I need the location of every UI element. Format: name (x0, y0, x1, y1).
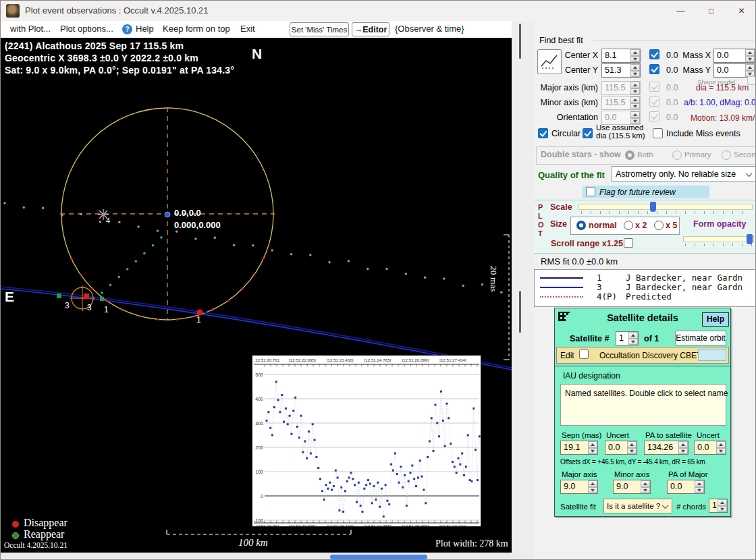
form-opacity-thumb[interactable] (747, 234, 753, 244)
spin-down[interactable] (630, 103, 640, 110)
spin-up[interactable] (641, 480, 650, 487)
center-x-spinner[interactable]: 8.1 (601, 49, 641, 63)
spin-up[interactable] (678, 441, 688, 448)
spin-up[interactable] (716, 441, 726, 448)
spin-up[interactable] (745, 64, 755, 71)
menu-exit[interactable]: Exit (240, 24, 255, 34)
reappear-dot-icon (12, 532, 19, 539)
set-miss-times-button[interactable]: Set 'Miss' Times (290, 22, 349, 36)
app-icon (6, 4, 20, 18)
menu-keep-on-top[interactable]: Keep form on top (163, 24, 230, 34)
cbet-input[interactable] (698, 349, 726, 361)
spin-up[interactable] (695, 480, 704, 487)
sat-pa-major-spinner[interactable]: 0.0 (667, 480, 705, 494)
spin-down[interactable] (718, 506, 727, 513)
minimize-button[interactable]: — (666, 1, 696, 21)
spin-down[interactable] (628, 339, 638, 345)
uncert1-spinner[interactable]: 0.0 (605, 441, 637, 455)
svg-text:0: 0 (261, 494, 263, 499)
svg-text:[12:51:24.765]: [12:51:24.765] (364, 358, 392, 362)
spin-down[interactable] (678, 448, 688, 455)
spin-up[interactable] (630, 111, 640, 118)
named-satellites-box[interactable]: Named satellites. Double click to select… (560, 384, 726, 426)
mass-x-spinner[interactable]: 0.0 (713, 49, 755, 63)
pa-satellite-spinner[interactable]: 134.26 (644, 441, 688, 455)
svg-text:[12:51:22.095]: [12:51:22.095] (289, 358, 316, 362)
vertical-scrollbar[interactable] (512, 21, 534, 553)
spin-down[interactable] (745, 56, 755, 63)
satellite-num-spinner[interactable]: 1 (616, 331, 639, 345)
spin-down[interactable] (588, 448, 597, 455)
use-assumed-label: Use assumed dia (115.5 km) (596, 123, 645, 140)
uncert2-spinner[interactable]: 0.0 (694, 441, 726, 455)
satellite-help-button[interactable]: Help (702, 312, 729, 327)
editor-button[interactable]: →Editor (352, 22, 389, 36)
spin-down[interactable] (630, 88, 640, 95)
primary-radio[interactable] (672, 150, 682, 160)
menu-with-plot[interactable]: with Plot... (10, 24, 51, 34)
sat-minor-spinner[interactable]: 9.0 (613, 480, 651, 494)
spin-up[interactable] (630, 82, 640, 88)
include-miss-checkbox[interactable] (653, 128, 663, 138)
spin-up[interactable] (630, 64, 640, 71)
spin-down[interactable] (630, 71, 640, 78)
spin-up[interactable] (630, 96, 640, 103)
spin-up[interactable] (628, 332, 638, 339)
close-button[interactable]: ✕ (726, 1, 756, 21)
use-assumed-checkbox[interactable] (583, 128, 593, 138)
disappear-marker-3 (84, 293, 89, 299)
spin-up[interactable] (588, 480, 597, 487)
mass-y-spinner[interactable]: 0.0 (713, 63, 755, 78)
spin-up[interactable] (718, 499, 727, 506)
scroll-range-checkbox[interactable] (624, 238, 633, 248)
sepn-spinner[interactable]: 19.1 (560, 441, 598, 455)
spin-down[interactable] (716, 448, 726, 455)
size-x5-radio[interactable] (654, 221, 664, 230)
plot-letter-l: L (538, 212, 543, 220)
sat-major-spinner[interactable]: 9.0 (560, 480, 598, 494)
orientation-spinner[interactable]: 0.0 (601, 111, 641, 125)
size-x2-radio[interactable] (624, 221, 633, 230)
satellite-fit-dropdown[interactable]: Is it a satellite ? (603, 499, 672, 513)
minor-axis-fit-checkbox[interactable] (649, 96, 659, 107)
circular-checkbox[interactable] (538, 128, 548, 138)
edit-checkbox[interactable] (579, 349, 589, 359)
center-x-fit-checkbox[interactable] (649, 49, 659, 59)
center-y-fit-checkbox[interactable] (649, 64, 659, 74)
horizontal-scrollbar-thumb[interactable] (330, 555, 427, 559)
scale-slider[interactable] (578, 204, 753, 210)
groupbox-line (593, 40, 754, 41)
spin-up[interactable] (627, 441, 637, 448)
north-label: N (252, 46, 262, 62)
center-y-spinner[interactable]: 51.3 (601, 63, 641, 78)
major-axis-fit-checkbox[interactable] (649, 82, 659, 92)
orientation-fit-checkbox[interactable] (649, 111, 659, 121)
quality-dropdown[interactable]: Astrometry only. No reliable size (612, 166, 756, 182)
flag-review-checkbox[interactable] (586, 187, 595, 196)
spin-down[interactable] (627, 448, 637, 455)
both-radio[interactable] (625, 150, 634, 160)
menu-help[interactable]: Help (136, 24, 154, 34)
scale-slider-thumb[interactable] (650, 202, 656, 212)
observer-time-label[interactable]: {Observer & time} (395, 24, 464, 34)
vertical-scrollbar-thumb-top[interactable] (519, 24, 521, 59)
spin-down[interactable] (588, 487, 597, 494)
vertical-scrollbar-thumb[interactable] (519, 291, 521, 333)
spin-up[interactable] (745, 49, 755, 56)
spin-down[interactable] (641, 487, 650, 494)
spin-down[interactable] (695, 487, 704, 494)
spin-down[interactable] (630, 56, 640, 63)
maximize-button[interactable]: □ (696, 1, 726, 21)
major-axis-spinner[interactable]: 115.5 (601, 81, 641, 95)
menu-plot-options[interactable]: Plot options... (60, 24, 113, 34)
size-normal-radio[interactable] (576, 221, 586, 230)
minor-axis-spinner[interactable]: 115.5 (601, 96, 641, 110)
plot-canvas[interactable]: (2241) Alcathous 2025 Sep 17 115.5 km Ge… (1, 38, 512, 553)
spin-up[interactable] (630, 49, 640, 56)
secondary-radio[interactable] (722, 150, 731, 160)
use-assumed-line2: dia (115.5 km) (596, 132, 645, 140)
form-opacity-slider[interactable] (683, 236, 754, 242)
spin-up[interactable] (588, 441, 597, 448)
estimate-orbit-button[interactable]: Estimate orbit (675, 331, 726, 345)
chords-spinner[interactable]: 1 (709, 499, 728, 513)
